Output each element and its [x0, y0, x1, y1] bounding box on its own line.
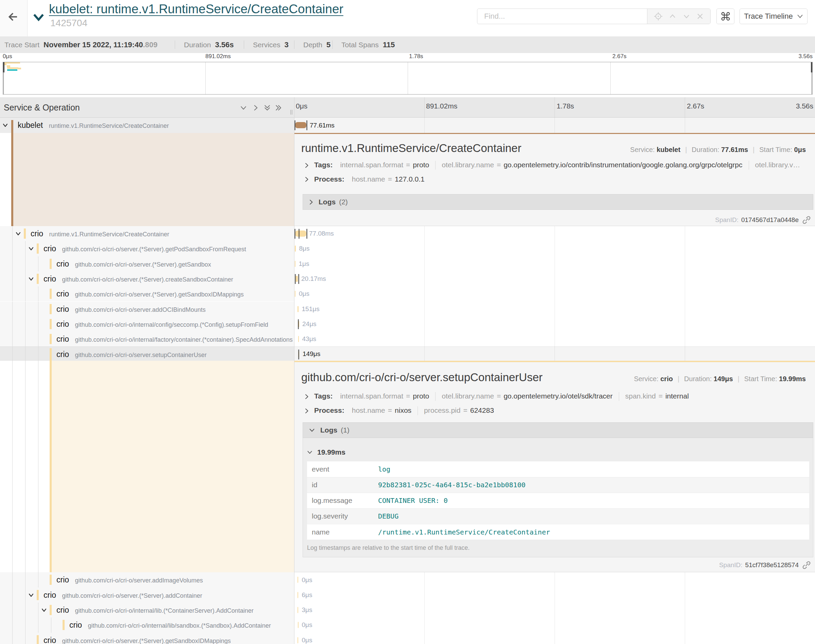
process-row[interactable]: Process: host.name=127.0.0.1 [305, 175, 806, 183]
collapse-all-icon[interactable] [263, 104, 271, 112]
logs-count: (2) [339, 198, 348, 206]
span-row-createsandboxcontainer[interactable]: crio github.com/cri-o/cri-o/server.(*Ser… [0, 271, 815, 286]
span-row-addocibindmounts[interactable]: crio github.com/cri-o/cri-o/server.addOC… [0, 302, 815, 317]
span-name-cell[interactable]: crio runtime.v1.RuntimeService/CreateCon… [0, 226, 294, 241]
span-row-kubelet-createcontainer[interactable]: kubelet runtime.v1.RuntimeService/Create… [0, 118, 815, 133]
logs-label: Logs [319, 198, 335, 206]
span-row-getsandbox[interactable]: crio github.com/cri-o/cri-o/server.(*Ser… [0, 256, 815, 271]
column-divider[interactable] [294, 97, 294, 644]
span-name-cell[interactable]: crio github.com/cri-o/cri-o/server.(*Ser… [0, 633, 294, 644]
span-row-setupcontaineruser[interactable]: crio github.com/cri-o/cri-o/server.setup… [0, 347, 815, 361]
log-field-row: eventlog [307, 462, 809, 477]
span-name-cell[interactable]: crio github.com/cri-o/cri-o/server.setup… [0, 347, 294, 361]
service-accent-bar [50, 605, 52, 615]
span-name-cell[interactable]: crio github.com/cri-o/cri-o/internal/con… [0, 317, 294, 331]
expand-one-icon[interactable] [252, 104, 259, 112]
span-name-cell[interactable]: kubelet runtime.v1.RuntimeService/Create… [0, 118, 294, 133]
logs-accordion[interactable]: Logs (2) [303, 194, 813, 210]
collapse-one-icon[interactable] [240, 104, 247, 112]
log-marker[interactable] [298, 319, 299, 329]
log-marker[interactable] [295, 274, 296, 284]
span-collapse-icon[interactable] [28, 246, 34, 251]
span-name-cell[interactable]: crio github.com/cri-o/cri-o/server.(*Ser… [0, 286, 294, 301]
span-name-cell[interactable]: crio github.com/cri-o/cri-o/internal/lib… [0, 603, 294, 618]
indent-guide [12, 603, 12, 618]
log-entry-header[interactable]: 19.99ms [307, 448, 345, 456]
chevron-right-icon [305, 163, 309, 168]
span-row-getsandboxidmappings-2[interactable]: crio github.com/cri-o/cri-o/server.(*Ser… [0, 633, 815, 644]
expand-all-icon[interactable] [275, 104, 282, 112]
span-bar[interactable] [297, 607, 298, 613]
span-collapse-icon[interactable] [28, 592, 34, 598]
span-collapse-icon[interactable] [41, 607, 47, 613]
span-bar[interactable] [295, 230, 306, 237]
span-bar[interactable] [295, 122, 307, 128]
log-marker[interactable] [298, 274, 299, 284]
indent-guide [25, 587, 26, 603]
page-header: kubelet: runtime.v1.RuntimeService/Creat… [0, 0, 815, 36]
span-row-seccomp-setupfromfield[interactable]: crio github.com/cri-o/cri-o/internal/con… [0, 317, 815, 331]
log-marker[interactable] [298, 350, 299, 359]
link-icon[interactable] [802, 561, 811, 570]
indent-guide [25, 633, 26, 644]
trace-title-collapse-icon[interactable] [33, 13, 44, 22]
find-clear-icon[interactable] [696, 12, 704, 20]
span-row-specaddannotations[interactable]: crio github.com/cri-o/cri-o/internal/fac… [0, 331, 815, 347]
process-row[interactable]: Process: host.name=nixos process.pid=624… [305, 406, 806, 415]
kv-key: internal.span.format [340, 161, 403, 169]
span-collapse-icon[interactable] [28, 276, 34, 282]
trace-summary-bar: Trace Start November 15 2022, 11:19:40 .… [0, 36, 815, 53]
service-accent-bar [37, 635, 39, 644]
log-marker[interactable] [299, 229, 300, 239]
span-bar[interactable] [295, 291, 296, 297]
span-bar[interactable] [295, 245, 296, 251]
service-accent-bar [37, 244, 39, 254]
trace-view-selector[interactable]: Trace Timeline [740, 9, 807, 24]
span-bar[interactable] [298, 336, 299, 342]
find-next-icon[interactable] [682, 12, 691, 21]
kv-value: nixos [395, 406, 411, 414]
log-marker[interactable] [306, 120, 307, 130]
minimap-ruler: 0μs 891.02ms 1.78s 2.67s 3.56s [0, 53, 815, 62]
span-name-cell[interactable]: crio github.com/cri-o/cri-o/server.(*Ser… [0, 587, 294, 603]
span-row-addcontainer[interactable]: crio github.com/cri-o/cri-o/server.(*Ser… [0, 587, 815, 603]
span-collapse-icon[interactable] [2, 123, 8, 128]
column-resize-dragger[interactable] [290, 109, 293, 115]
span-name-cell[interactable]: crio github.com/cri-o/cri-o/server.(*Ser… [0, 241, 294, 256]
tags-row[interactable]: Tags: internal.span.format=proto otel.li… [305, 161, 806, 170]
span-name-cell[interactable]: crio github.com/cri-o/cri-o/server.(*Ser… [0, 271, 294, 286]
span-row-addimagevolumes[interactable]: crio github.com/cri-o/cri-o/server.addIm… [0, 572, 815, 587]
span-bar[interactable] [297, 577, 298, 583]
span-row-getsandboxidmappings[interactable]: crio github.com/cri-o/cri-o/server.(*Ser… [0, 286, 815, 301]
span-name-cell[interactable]: crio github.com/cri-o/cri-o/server.(*Ser… [0, 256, 294, 271]
span-bar[interactable] [297, 306, 299, 312]
span-name-cell[interactable]: crio github.com/cri-o/cri-o/internal/lib… [0, 618, 294, 632]
focus-target-icon[interactable] [654, 12, 663, 21]
span-row-sandbox-addcontainer[interactable]: crio github.com/cri-o/cri-o/internal/lib… [0, 618, 815, 632]
span-bar[interactable] [297, 592, 298, 598]
log-marker[interactable] [306, 229, 307, 239]
log-marker[interactable] [294, 229, 296, 239]
link-icon[interactable] [802, 216, 811, 224]
span-name-wrapper: crio github.com/cri-o/cri-o/server.(*Ser… [43, 633, 231, 644]
span-row-getpodsandboxfromrequest[interactable]: crio github.com/cri-o/cri-o/server.(*Ser… [0, 241, 815, 256]
back-button[interactable] [0, 0, 28, 36]
logs-accordion[interactable]: Logs (1) [303, 422, 813, 438]
keyboard-shortcuts-button[interactable] [716, 9, 734, 24]
log-marker[interactable] [294, 120, 296, 130]
span-collapse-icon[interactable] [15, 231, 21, 237]
span-row-lib-addcontainer[interactable]: crio github.com/cri-o/cri-o/internal/lib… [0, 603, 815, 618]
span-name-cell[interactable]: crio github.com/cri-o/cri-o/server.addOC… [0, 302, 294, 317]
spanid-label: SpanID: [719, 561, 743, 569]
trace-minimap[interactable] [3, 62, 813, 95]
span-row-crio-createcontainer[interactable]: crio runtime.v1.RuntimeService/CreateCon… [0, 226, 815, 241]
find-input[interactable] [477, 9, 647, 24]
span-bar[interactable] [297, 637, 298, 643]
tags-row[interactable]: Tags: internal.span.format=proto otel.li… [305, 392, 806, 401]
trace-title-link[interactable]: kubelet: runtime.v1.RuntimeService/Creat… [49, 2, 343, 16]
span-bar[interactable] [295, 261, 296, 267]
span-name-cell[interactable]: crio github.com/cri-o/cri-o/internal/fac… [0, 331, 294, 347]
span-name-cell[interactable]: crio github.com/cri-o/cri-o/server.addIm… [0, 572, 294, 587]
span-bar[interactable] [298, 622, 299, 628]
find-prev-icon[interactable] [668, 12, 677, 21]
